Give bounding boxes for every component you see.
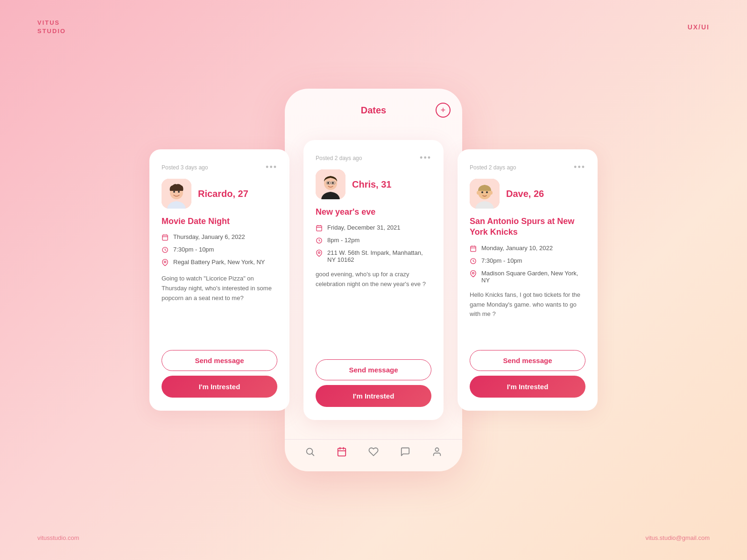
card-description-chris: good evening, who's up for a crazy celeb…: [316, 270, 431, 350]
svg-point-36: [477, 191, 479, 195]
avatar-ricardo: [162, 179, 191, 209]
card-location-dave: Madison Square Garden, New York, NY: [470, 270, 585, 284]
card-location-ricardo: Regal Battery Park, New York, NY: [162, 259, 277, 267]
card-event-title-dave: San Antonio Spurs at New York Knicks: [470, 216, 585, 238]
svg-rect-26: [317, 226, 322, 231]
card-profile-chris: Chris, 31: [316, 169, 431, 199]
card-details-chris: Friday, December 31, 2021 8pm - 12pm 211…: [316, 224, 431, 263]
avatar-chris: [316, 169, 345, 199]
card-meta-dave: Posted 2 days ago •••: [470, 162, 585, 172]
svg-point-22: [332, 182, 334, 184]
card-dave: Posted 2 days ago •••: [458, 149, 598, 411]
card-date-chris: Friday, December 31, 2021: [316, 224, 431, 233]
card-event-title-chris: New year's eve: [316, 207, 431, 217]
phone-title: Dates: [311, 105, 436, 116]
card-details-dave: Monday, January 10, 2022 7:30pm - 10pm M…: [470, 245, 585, 284]
card-actions-ricardo: Send message I'm Intrested: [162, 350, 277, 398]
clock-icon-ricardo: [162, 246, 169, 255]
card-posted-ricardo: Posted 3 days ago: [162, 164, 208, 171]
card-description-dave: Hello Knicks fans, I got two tickets for…: [470, 290, 585, 341]
card-meta-chris: Posted 2 days ago •••: [316, 153, 431, 163]
svg-rect-38: [471, 246, 476, 251]
clock-icon-chris: [316, 237, 323, 245]
svg-point-10: [173, 191, 175, 193]
location-icon-dave: [470, 270, 477, 279]
svg-point-43: [472, 272, 474, 274]
card-posted-chris: Posted 2 days ago: [316, 155, 362, 161]
chat-nav-icon[interactable]: [400, 447, 410, 460]
person-nav-icon[interactable]: [432, 447, 442, 460]
interested-button-ricardo[interactable]: I'm Intrested: [162, 376, 277, 398]
svg-point-37: [490, 191, 493, 195]
brand-email: vitus.studio@gmail.com: [646, 534, 710, 541]
card-profile-ricardo: Ricardo, 27: [162, 179, 277, 209]
send-message-button-chris[interactable]: Send message: [316, 359, 431, 380]
card-time-chris: 8pm - 12pm: [316, 237, 431, 245]
send-message-button-dave[interactable]: Send message: [470, 350, 585, 371]
card-more-ricardo[interactable]: •••: [266, 162, 277, 172]
svg-point-34: [481, 191, 483, 193]
phone-bottom-nav: [285, 439, 462, 471]
card-name-dave: Dave, 26: [506, 189, 544, 199]
svg-point-35: [486, 191, 488, 193]
avatar-dave: [470, 179, 500, 209]
cards-container: Posted 3 days ago •••: [149, 140, 598, 420]
send-message-button-ricardo[interactable]: Send message: [162, 350, 277, 371]
card-chris: Posted 2 days ago •••: [303, 140, 444, 420]
card-posted-dave: Posted 2 days ago: [470, 164, 516, 171]
svg-point-21: [327, 182, 329, 184]
card-name-chris: Chris, 31: [352, 179, 391, 190]
card-event-title-ricardo: Movie Date Night: [162, 216, 277, 227]
calendar-icon-chris: [316, 224, 323, 233]
svg-point-17: [164, 261, 166, 263]
card-ricardo: Posted 3 days ago •••: [149, 149, 289, 411]
location-icon-ricardo: [162, 259, 169, 267]
interested-button-dave[interactable]: I'm Intrested: [470, 376, 585, 398]
card-actions-chris: Send message I'm Intrested: [316, 359, 431, 407]
interested-button-chris[interactable]: I'm Intrested: [316, 385, 431, 407]
card-time-ricardo: 7:30pm - 10pm: [162, 246, 277, 255]
card-details-ricardo: Thursday, January 6, 2022 7:30pm - 10pm …: [162, 233, 277, 267]
card-more-chris[interactable]: •••: [420, 153, 431, 163]
phone-add-button[interactable]: +: [436, 103, 451, 118]
search-nav-icon[interactable]: [305, 447, 315, 460]
clock-icon-dave: [470, 258, 477, 266]
svg-rect-12: [162, 235, 168, 240]
card-name-ricardo: Ricardo, 27: [198, 189, 248, 199]
phone-header: Dates +: [285, 89, 462, 125]
card-meta-ricardo: Posted 3 days ago •••: [162, 162, 277, 172]
svg-point-11: [178, 191, 180, 193]
card-description-ricardo: Going to watch "Licorice Pizza" on Thurs…: [162, 274, 277, 341]
card-date-dave: Monday, January 10, 2022: [470, 245, 585, 253]
card-time-dave: 7:30pm - 10pm: [470, 257, 585, 266]
brand-website: vitusstudio.com: [37, 534, 79, 541]
svg-line-1: [312, 454, 314, 455]
card-location-chris: 211 W. 56th St. Impark, Manhattan, NY 10…: [316, 249, 431, 263]
heart-nav-icon[interactable]: [368, 447, 379, 460]
svg-rect-2: [338, 448, 346, 456]
svg-point-0: [307, 448, 313, 455]
card-actions-dave: Send message I'm Intrested: [470, 350, 585, 398]
calendar-icon-ricardo: [162, 234, 169, 242]
brand-tag: UX/UI: [688, 23, 710, 31]
brand-logo: VITUS STUDIO: [37, 19, 66, 35]
card-date-ricardo: Thursday, January 6, 2022: [162, 233, 277, 242]
svg-point-6: [435, 448, 438, 451]
card-more-dave[interactable]: •••: [574, 162, 585, 172]
calendar-nav-icon[interactable]: [337, 447, 347, 460]
location-icon-chris: [316, 250, 323, 258]
calendar-icon-dave: [470, 245, 477, 253]
svg-point-31: [318, 252, 320, 254]
card-profile-dave: Dave, 26: [470, 179, 585, 209]
